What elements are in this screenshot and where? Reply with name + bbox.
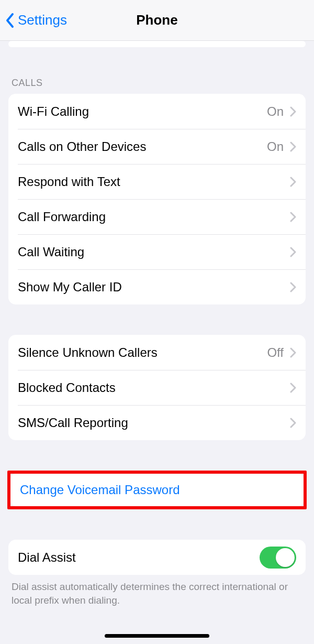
dial-assist-group: Dial Assist <box>8 540 306 575</box>
chevron-right-icon <box>290 177 296 187</box>
row-blocked-contacts[interactable]: Blocked Contacts <box>8 370 306 405</box>
row-label: Silence Unknown Callers <box>18 345 267 360</box>
dial-assist-footer: Dial assist automatically determines the… <box>8 575 306 607</box>
row-label: Wi-Fi Calling <box>18 104 267 119</box>
row-call-forwarding[interactable]: Call Forwarding <box>8 199 306 234</box>
row-label: Calls on Other Devices <box>18 139 267 154</box>
back-label: Settings <box>18 12 67 28</box>
chevron-right-icon <box>290 347 296 358</box>
row-value: On <box>267 104 284 119</box>
row-respond-with-text[interactable]: Respond with Text <box>8 164 306 199</box>
chevron-right-icon <box>290 418 296 428</box>
row-label: Dial Assist <box>18 550 260 565</box>
dial-assist-toggle[interactable] <box>260 547 296 569</box>
row-value: On <box>267 139 284 154</box>
highlight-box: Change Voicemail Password <box>7 471 307 509</box>
row-sms-call-reporting[interactable]: SMS/Call Reporting <box>8 405 306 440</box>
home-indicator <box>105 634 209 638</box>
previous-group-edge <box>8 41 306 47</box>
chevron-right-icon <box>290 212 296 222</box>
row-calls-other-devices[interactable]: Calls on Other Devices On <box>8 129 306 164</box>
row-dial-assist[interactable]: Dial Assist <box>8 540 306 575</box>
row-label: Call Forwarding <box>18 210 290 224</box>
chevron-right-icon <box>290 383 296 393</box>
back-button[interactable]: Settings <box>0 12 67 28</box>
row-label: SMS/Call Reporting <box>18 416 290 430</box>
chevron-left-icon <box>5 13 15 28</box>
row-label: Respond with Text <box>18 174 290 189</box>
row-value: Off <box>267 345 284 360</box>
voicemail-group: Change Voicemail Password <box>10 474 304 506</box>
row-label: Call Waiting <box>18 245 290 259</box>
chevron-right-icon <box>290 247 296 257</box>
row-label: Change Voicemail Password <box>20 483 294 497</box>
row-silence-unknown-callers[interactable]: Silence Unknown Callers Off <box>8 335 306 370</box>
chevron-right-icon <box>290 106 296 117</box>
calls-group: Wi-Fi Calling On Calls on Other Devices … <box>8 94 306 304</box>
chevron-right-icon <box>290 282 296 292</box>
row-show-my-caller-id[interactable]: Show My Caller ID <box>8 269 306 304</box>
chevron-right-icon <box>290 141 296 152</box>
callers-group: Silence Unknown Callers Off Blocked Cont… <box>8 335 306 440</box>
row-label: Show My Caller ID <box>18 280 290 294</box>
section-header-calls: CALLS <box>8 47 306 94</box>
row-wifi-calling[interactable]: Wi-Fi Calling On <box>8 94 306 129</box>
row-call-waiting[interactable]: Call Waiting <box>8 234 306 269</box>
toggle-knob <box>276 548 295 567</box>
navbar: Settings Phone <box>0 0 314 41</box>
row-label: Blocked Contacts <box>18 380 290 395</box>
row-change-voicemail-password[interactable]: Change Voicemail Password <box>10 474 304 506</box>
